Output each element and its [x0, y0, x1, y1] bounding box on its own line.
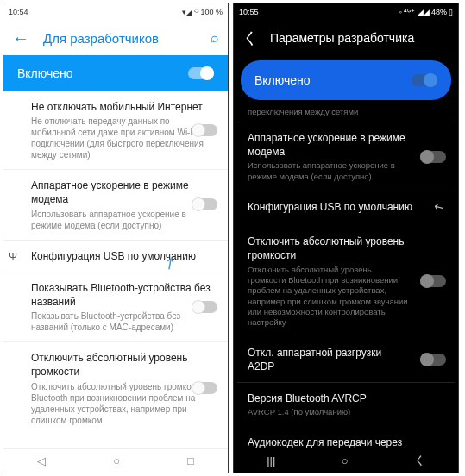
setting-subtitle: Отключить абсолютный уровень громкости B… — [248, 265, 444, 329]
status-time: 10:55 — [239, 8, 259, 16]
setting-title: Конфигурация USB по умолчанию — [31, 249, 216, 263]
page-title: Параметры разработчика — [270, 31, 414, 45]
phone-stock-android: 10:54 ▾◢ ⌔ 100 % ← Для разработчиков ⌕ В… — [3, 3, 229, 473]
setting-subtitle: Использовать аппаратное ускорение в режи… — [31, 209, 216, 231]
setting-title: Аппаратное ускорение в режиме модема — [248, 131, 444, 159]
setting-title: Откл. аппаратной разгрузки A2DP — [248, 346, 444, 373]
setting-a2dp-offload[interactable]: Откл. аппаратной разгрузки A2DP — [237, 337, 455, 382]
setting-subtitle: Не отключать передачу данных по мобильно… — [31, 116, 216, 160]
enabled-label: Включено — [17, 66, 73, 80]
battery-icon: ▯ — [449, 8, 453, 16]
setting-subtitle: Использовать аппаратное ускорение в режи… — [248, 160, 444, 182]
setting-subtitle: Отключить абсолютный уровень громкости B… — [31, 381, 216, 426]
app-header: く Параметры разработчика — [234, 21, 458, 55]
setting-title: Аппаратное ускорение в режиме модема — [31, 178, 216, 206]
master-toggle[interactable] — [412, 74, 437, 86]
search-icon[interactable]: ⌕ — [211, 30, 219, 46]
setting-title: Не отключать мобильный Интернет — [31, 100, 216, 114]
nav-recent[interactable]: □ — [187, 454, 194, 467]
setting-title: Конфигурация USB по умолчанию — [248, 200, 444, 214]
setting-mobile-data[interactable]: Не отключать мобильный Интернет Не отклю… — [3, 91, 228, 170]
master-toggle-row[interactable]: Включено — [241, 60, 451, 100]
toggle[interactable] — [192, 301, 217, 313]
nav-bar: ◁ ○ □ — [3, 448, 228, 473]
nav-bar: ||| ○ く — [234, 448, 458, 473]
toggle[interactable] — [192, 382, 217, 394]
setting-title: Отключить абсолютный уровень громкости — [31, 351, 216, 379]
enabled-label: Включено — [254, 73, 311, 87]
phone-samsung: 10:55 ◦ ⁴ᴳ⁺ ◢◢ 48% ▯ く Параметры разрабо… — [233, 3, 459, 473]
setting-usb-config[interactable]: Конфигурация USB по умолчанию ↖ — [237, 191, 455, 226]
setting-title: Показывать Bluetooth-устройства без назв… — [31, 281, 216, 309]
setting-subtitle: AVRCP 1.4 (по умолчанию) — [248, 407, 444, 417]
setting-usb-config[interactable]: Ψ Конфигурация USB по умолчанию ↗ — [3, 241, 228, 272]
usb-icon: Ψ — [9, 251, 17, 263]
setting-title: Аудиокодек для передачи через Bluetooth — [248, 435, 444, 448]
toggle[interactable] — [192, 124, 217, 136]
toggle[interactable] — [420, 354, 446, 366]
setting-subtitle: Показывать Bluetooth-устройства без назв… — [31, 310, 216, 333]
setting-bt-codec[interactable]: Аудиокодек для передачи через Bluetooth … — [237, 427, 455, 448]
nav-home[interactable]: ○ — [342, 454, 349, 467]
status-time: 10:54 — [9, 8, 28, 16]
setting-title: Версия Bluetooth AVRCP — [248, 391, 444, 405]
status-icons: ◦ ⁴ᴳ⁺ ◢◢ — [399, 8, 430, 16]
status-icons: ▾◢ ⌔ — [182, 8, 199, 16]
setting-title: Отключить абсолютный уровень громкости — [248, 235, 444, 262]
setting-abs-volume[interactable]: Отключить абсолютный уровень громкости О… — [237, 226, 455, 336]
status-bar: 10:55 ◦ ⁴ᴳ⁺ ◢◢ 48% ▯ — [234, 3, 458, 21]
setting-avrcp[interactable]: Версия Bluetooth AVRCP AVRCP 1.4 (по умо… — [237, 382, 455, 427]
toggle[interactable] — [192, 198, 217, 210]
status-battery: 48% — [431, 8, 447, 16]
nav-home[interactable]: ○ — [113, 454, 120, 467]
back-button[interactable]: く — [242, 28, 258, 48]
toggle[interactable] — [420, 275, 446, 287]
truncated-text: переключения между сетями — [237, 105, 455, 122]
page-title: Для разработчиков — [43, 31, 197, 46]
app-header: ← Для разработчиков ⌕ — [3, 21, 228, 55]
setting-abs-volume[interactable]: Отключить абсолютный уровень громкости О… — [3, 342, 228, 435]
status-battery: 100 % — [200, 8, 223, 16]
setting-tether-accel[interactable]: Аппаратное ускорение в режиме модема Исп… — [237, 122, 455, 191]
setting-bt-noname[interactable]: Показывать Bluetooth-устройства без назв… — [3, 272, 228, 342]
status-bar: 10:54 ▾◢ ⌔ 100 % — [3, 3, 228, 21]
master-toggle-row[interactable]: Включено — [3, 55, 228, 91]
master-toggle[interactable] — [188, 67, 214, 79]
back-button[interactable]: ← — [12, 28, 29, 48]
nav-recent[interactable]: ||| — [267, 454, 275, 467]
nav-back[interactable]: く — [414, 453, 425, 468]
toggle[interactable] — [420, 151, 446, 163]
setting-tether-accel[interactable]: Аппаратное ускорение в режиме модема Исп… — [3, 170, 228, 240]
settings-list: Не отключать мобильный Интернет Не отклю… — [3, 91, 228, 448]
nav-back[interactable]: ◁ — [37, 454, 46, 467]
settings-list: переключения между сетями Аппаратное уск… — [234, 105, 458, 448]
